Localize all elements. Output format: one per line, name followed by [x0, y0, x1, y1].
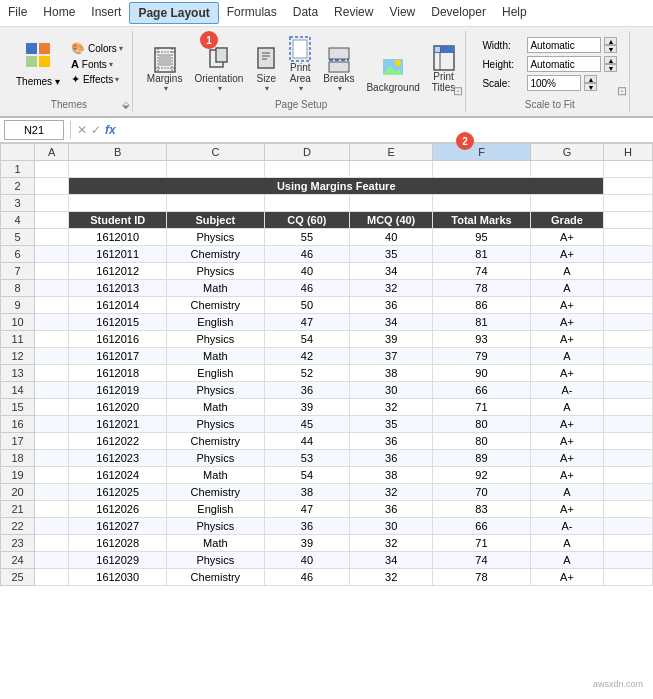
cell-a-8[interactable] [35, 280, 69, 297]
cell-total-21[interactable]: 83 [433, 501, 531, 518]
cell-cq-15[interactable]: 39 [264, 399, 349, 416]
cell-grade-17[interactable]: A+ [530, 433, 603, 450]
size-button[interactable]: Size ▾ [251, 45, 281, 95]
cell-grade-18[interactable]: A+ [530, 450, 603, 467]
height-input[interactable] [527, 56, 601, 72]
cell-grade-21[interactable]: A+ [530, 501, 603, 518]
background-button[interactable]: Background [362, 54, 423, 95]
cell-cq-22[interactable]: 36 [264, 518, 349, 535]
cell-a-18[interactable] [35, 450, 69, 467]
header-student-id[interactable]: Student ID [69, 212, 167, 229]
cell-student-id-20[interactable]: 1612025 [69, 484, 167, 501]
header-cq[interactable]: CQ (60) [264, 212, 349, 229]
cell-grade-11[interactable]: A+ [530, 331, 603, 348]
row-header-5[interactable]: 5 [1, 229, 35, 246]
row-header-6[interactable]: 6 [1, 246, 35, 263]
menu-review[interactable]: Review [326, 2, 381, 24]
cell-a2[interactable] [35, 178, 69, 195]
cell-subject-25[interactable]: Chemistry [167, 569, 265, 586]
cell-h-15[interactable] [604, 399, 653, 416]
formula-input[interactable] [120, 120, 649, 140]
col-header-d[interactable]: D [264, 144, 349, 161]
row-header-13[interactable]: 13 [1, 365, 35, 382]
row-header-14[interactable]: 14 [1, 382, 35, 399]
width-spin[interactable]: ▲ ▼ [604, 37, 617, 53]
cell-h-13[interactable] [604, 365, 653, 382]
scale-expand-icon[interactable]: ⊡ [617, 84, 627, 98]
row-header-20[interactable]: 20 [1, 484, 35, 501]
row-header-19[interactable]: 19 [1, 467, 35, 484]
cell-cq-25[interactable]: 46 [264, 569, 349, 586]
row-header-21[interactable]: 21 [1, 501, 35, 518]
cell-student-id-5[interactable]: 1612010 [69, 229, 167, 246]
cell-subject-24[interactable]: Physics [167, 552, 265, 569]
cell-h-17[interactable] [604, 433, 653, 450]
cell-grade-24[interactable]: A [530, 552, 603, 569]
cell-student-id-23[interactable]: 1612028 [69, 535, 167, 552]
cell-subject-12[interactable]: Math [167, 348, 265, 365]
cell-cq-6[interactable]: 46 [264, 246, 349, 263]
cell-total-7[interactable]: 74 [433, 263, 531, 280]
cell-h2[interactable] [604, 178, 653, 195]
cell-student-id-21[interactable]: 1612026 [69, 501, 167, 518]
cell-total-11[interactable]: 93 [433, 331, 531, 348]
cell-a-5[interactable] [35, 229, 69, 246]
cell-grade-22[interactable]: A- [530, 518, 603, 535]
cell-f3[interactable] [433, 195, 531, 212]
col-header-g[interactable]: G [530, 144, 603, 161]
cell-a-19[interactable] [35, 467, 69, 484]
col-header-a[interactable]: A [35, 144, 69, 161]
cell-cq-13[interactable]: 52 [264, 365, 349, 382]
row-header-17[interactable]: 17 [1, 433, 35, 450]
cell-mcq-7[interactable]: 34 [350, 263, 433, 280]
cell-grade-15[interactable]: A [530, 399, 603, 416]
cell-h-23[interactable] [604, 535, 653, 552]
cancel-formula-icon[interactable]: ✕ [77, 123, 87, 137]
height-spin[interactable]: ▲ ▼ [604, 56, 617, 72]
cell-mcq-15[interactable]: 32 [350, 399, 433, 416]
menu-page-layout[interactable]: Page Layout [129, 2, 218, 24]
cell-e3[interactable] [350, 195, 433, 212]
row-header-4[interactable]: 4 [1, 212, 35, 229]
cell-h-10[interactable] [604, 314, 653, 331]
scale-spin-up[interactable]: ▲ [584, 75, 597, 83]
cell-mcq-8[interactable]: 32 [350, 280, 433, 297]
cell-cq-14[interactable]: 36 [264, 382, 349, 399]
cell-subject-23[interactable]: Math [167, 535, 265, 552]
effects-button[interactable]: ✦ Effects ▾ [68, 72, 126, 87]
cell-subject-10[interactable]: English [167, 314, 265, 331]
cell-a-25[interactable] [35, 569, 69, 586]
cell-grade-25[interactable]: A+ [530, 569, 603, 586]
cell-d1[interactable] [264, 161, 349, 178]
cell-a-16[interactable] [35, 416, 69, 433]
cell-subject-8[interactable]: Math [167, 280, 265, 297]
cell-cq-20[interactable]: 38 [264, 484, 349, 501]
cell-student-id-25[interactable]: 1612030 [69, 569, 167, 586]
cell-a-12[interactable] [35, 348, 69, 365]
scale-spin[interactable]: ▲ ▼ [584, 75, 597, 91]
cell-h-19[interactable] [604, 467, 653, 484]
cell-h-22[interactable] [604, 518, 653, 535]
cell-subject-15[interactable]: Math [167, 399, 265, 416]
cell-total-6[interactable]: 81 [433, 246, 531, 263]
cell-mcq-22[interactable]: 30 [350, 518, 433, 535]
cell-student-id-8[interactable]: 1612013 [69, 280, 167, 297]
cell-d3[interactable] [264, 195, 349, 212]
margins-button[interactable]: Margins ▾ [143, 45, 187, 95]
cell-a-15[interactable] [35, 399, 69, 416]
colors-button[interactable]: 🎨 Colors ▾ [68, 41, 126, 56]
cell-b3[interactable] [69, 195, 167, 212]
col-header-e[interactable]: E [350, 144, 433, 161]
cell-h3[interactable] [604, 195, 653, 212]
cell-mcq-17[interactable]: 36 [350, 433, 433, 450]
header-mcq[interactable]: MCQ (40) [350, 212, 433, 229]
cell-h-5[interactable] [604, 229, 653, 246]
menu-help[interactable]: Help [494, 2, 535, 24]
cell-a-21[interactable] [35, 501, 69, 518]
cell-h-20[interactable] [604, 484, 653, 501]
cell-total-10[interactable]: 81 [433, 314, 531, 331]
cell-total-18[interactable]: 89 [433, 450, 531, 467]
cell-student-id-18[interactable]: 1612023 [69, 450, 167, 467]
cell-cq-12[interactable]: 42 [264, 348, 349, 365]
header-subject[interactable]: Subject [167, 212, 265, 229]
